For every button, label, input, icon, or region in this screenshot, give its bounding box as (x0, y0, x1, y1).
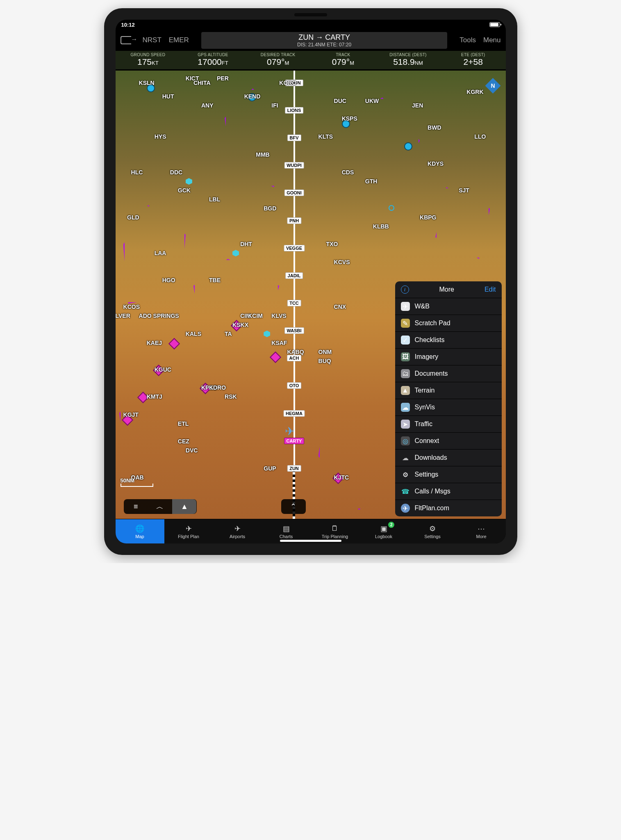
map-label: DDC (170, 169, 182, 176)
more-item-label: FltPlan.com (415, 504, 449, 512)
map-label: KGJT (123, 411, 139, 418)
waypoint-tag[interactable]: LIONS (285, 107, 304, 114)
edit-button[interactable]: Edit (485, 286, 496, 293)
more-item-cx[interactable]: ◎Connext (395, 432, 502, 449)
more-popover: i More Edit ✈W&B✎Scratch Pad✓Checklists🖼… (395, 281, 502, 516)
fp-icon: ✈ (401, 504, 410, 513)
home-indicator (280, 540, 341, 542)
map-canvas[interactable]: ✈ N KOUNLIONSBFVWUDPIGOONIPNHVEGGEJADILT… (116, 71, 506, 519)
tab-map[interactable]: 🌐Map (116, 519, 164, 543)
direct-to-icon[interactable] (121, 36, 131, 44)
map-label: LBL (209, 196, 220, 203)
map-label: KJTC (334, 474, 349, 481)
map-label: KLVS (271, 313, 286, 319)
more-item-cm[interactable]: ☎Calls / Msgs (395, 483, 502, 500)
more-item-wb[interactable]: ✈W&B (395, 298, 502, 315)
more-item-label: Settings (415, 471, 439, 478)
airport-military-icon[interactable] (270, 351, 281, 363)
dl-icon: ☁ (401, 453, 410, 462)
more-item-sp[interactable]: ✎Scratch Pad (395, 315, 502, 331)
tr-icon: ➤ (401, 420, 410, 429)
waypoint-tag[interactable]: VEGGE (284, 245, 305, 251)
waypoint-tag[interactable]: ACH (287, 355, 302, 361)
map-control-group-left: ≡ ︿ ▲ (124, 499, 197, 514)
more-item-label: Scratch Pad (415, 320, 450, 327)
info-icon[interactable]: i (401, 285, 409, 294)
screen: 10:12 NRST EMER ZUN → CARTY DIS: 21.4NM … (116, 20, 506, 543)
waypoint-tag[interactable]: WASBI (284, 327, 304, 334)
map-label: KSLN (139, 80, 155, 86)
waypoint-tag[interactable]: TCC (287, 300, 301, 306)
more-item-label: Connext (415, 437, 439, 445)
map-label: KCOS (123, 304, 140, 310)
map-label: KSAF (271, 340, 287, 346)
waypoint-tag[interactable]: HEGMA (283, 410, 305, 417)
map-label: CHITA (193, 80, 211, 86)
menu-button[interactable]: Menu (483, 36, 501, 44)
airport-icon[interactable] (403, 141, 414, 152)
globe-icon: 🌐 (135, 524, 144, 533)
heliport-icon[interactable] (389, 205, 394, 211)
more-item-st[interactable]: ⚙Settings (395, 466, 502, 483)
map-label: KCIM (248, 313, 263, 319)
route-title-box[interactable]: ZUN → CARTY DIS: 21.4NM ETE: 07:20 (201, 32, 447, 49)
route-overlay-button[interactable]: ︿ (148, 499, 172, 514)
sv-icon: ☁ (401, 403, 410, 412)
map-label: JEN (412, 102, 423, 109)
clock-label: 10:12 (121, 22, 135, 28)
charts-icon: ▤ (283, 524, 290, 533)
north-up-button[interactable]: ▲ (172, 499, 196, 514)
tools-button[interactable]: Tools (459, 36, 476, 44)
compass-north-icon[interactable]: N (485, 78, 501, 94)
vor-icon[interactable] (232, 250, 239, 256)
map-label: HUT (162, 93, 174, 100)
waypoint-tag[interactable]: PNH (287, 217, 301, 224)
map-label: ADO SPRINGS (139, 313, 179, 319)
more-item-doc[interactable]: 🗂Documents (395, 365, 502, 382)
more-item-sv[interactable]: ☁SynVis (395, 399, 502, 415)
emer-button[interactable]: EMER (169, 36, 189, 44)
tab-more[interactable]: ⋯More (457, 519, 506, 543)
waypoint-tag[interactable]: BFV (287, 135, 301, 141)
map-label: KCVS (334, 259, 350, 265)
map-label: KMTJ (147, 393, 162, 400)
more-item-tr[interactable]: ➤Traffic (395, 415, 502, 432)
ck-icon: ✓ (401, 336, 410, 345)
tab-settings[interactable]: ⚙Settings (408, 519, 457, 543)
waypoint-tag[interactable]: GOONI (284, 189, 304, 196)
map-label: KABQ (287, 349, 304, 355)
info-distance-dest: DISTANCE (DEST)518.9NM (375, 51, 441, 69)
more-item-ck[interactable]: ✓Checklists (395, 331, 502, 348)
map-label: KGRK (466, 89, 483, 95)
more-item-im[interactable]: 🖼Imagery (395, 348, 502, 365)
vor-icon[interactable] (186, 178, 192, 185)
more-item-label: Terrain (415, 387, 435, 394)
more-item-ter[interactable]: ▲Terrain (395, 382, 502, 399)
info-track: TRACK079°M (311, 51, 376, 69)
map-label: RSK (225, 393, 237, 400)
more-item-fp[interactable]: ✈FltPlan.com (395, 500, 502, 516)
map-label: KAEJ (147, 340, 162, 346)
tab-flight-plan[interactable]: ✈Flight Plan (164, 519, 213, 543)
map-label: KSPS (342, 115, 357, 122)
tab-logbook[interactable]: ▣Logbook2 (359, 519, 408, 543)
waypoint-tag[interactable]: CARTY (284, 438, 305, 444)
more-item-label: Imagery (415, 353, 439, 361)
map-label: KSKX (232, 322, 248, 328)
more-popover-header: i More Edit (395, 281, 502, 298)
gear-icon: ⚙ (429, 524, 436, 533)
map-label: GUP (264, 465, 276, 472)
waypoint-tag[interactable]: ZUN (287, 465, 301, 472)
more-popover-title: More (409, 286, 485, 293)
waypoint-tag[interactable]: JADIL (285, 272, 303, 279)
more-item-dl[interactable]: ☁Downloads (395, 449, 502, 466)
tab-airports[interactable]: ✈Airports (213, 519, 262, 543)
layers-button[interactable]: ≡ (124, 499, 148, 514)
waypoint-tag[interactable]: OTO (287, 382, 302, 389)
airport-military-icon[interactable] (168, 338, 180, 349)
trip-icon: 🗒 (331, 524, 339, 533)
nrst-button[interactable]: NRST (143, 36, 162, 44)
waypoint-tag[interactable]: WUDPI (284, 162, 304, 169)
vor-icon[interactable] (264, 331, 270, 337)
panel-toggle-button[interactable]: ⌃ (281, 499, 306, 514)
